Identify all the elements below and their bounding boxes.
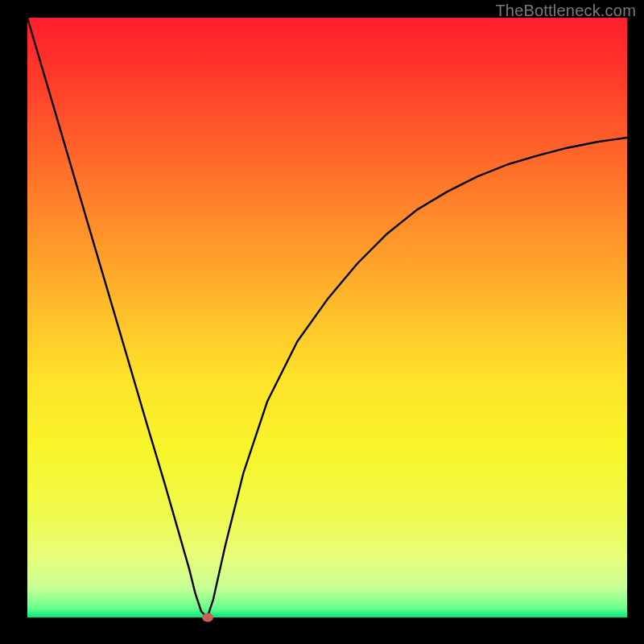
- chart-frame: TheBottleneck.com: [0, 0, 644, 644]
- bottleneck-curve-path: [27, 18, 627, 617]
- plot-area: [27, 18, 627, 617]
- curve-svg: [27, 18, 627, 617]
- min-marker-icon: [202, 613, 213, 622]
